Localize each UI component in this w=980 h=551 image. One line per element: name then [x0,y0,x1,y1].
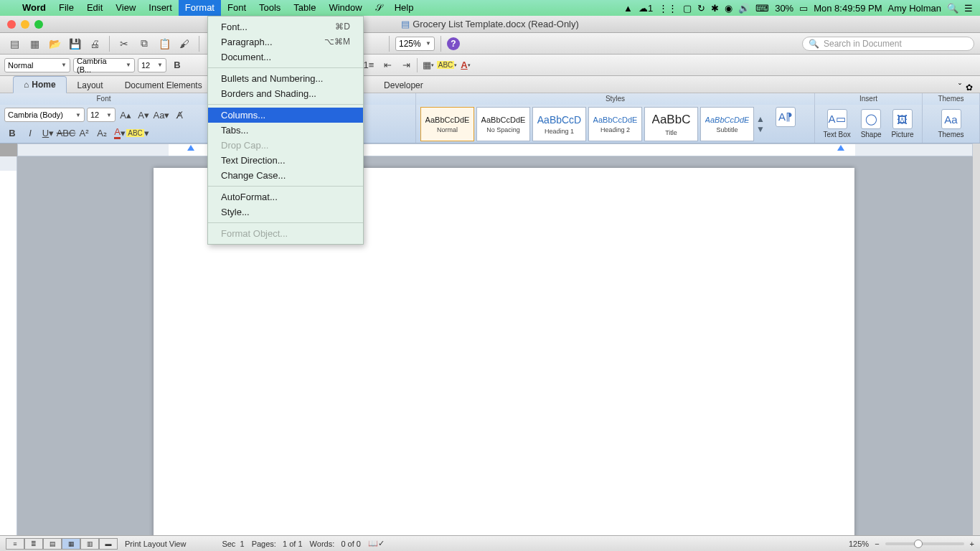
fontsize-combo[interactable]: 12▼ [138,58,166,72]
menu-edit[interactable]: Edit [80,0,109,16]
menu-file[interactable]: File [52,0,80,16]
style-title[interactable]: AaBbCTitle [644,107,698,141]
vertical-scrollbar[interactable] [973,143,980,535]
shrink-font-button[interactable]: A▾ [136,107,151,123]
menu-font[interactable]: Font [221,0,253,16]
styles-pane-button[interactable]: A⁋ [776,107,796,141]
view-publishing[interactable]: ▤ [43,538,62,550]
menu-window[interactable]: Window [322,0,368,16]
new-doc-button[interactable]: ▤ [6,35,23,52]
menu-paragraph-dialog[interactable]: Paragraph...⌥⌘M [208,34,363,50]
ribbon-font-combo[interactable]: Cambria (Body)▼ [4,108,85,122]
volume-icon[interactable]: 🔊 [738,3,750,14]
strikethrough-button[interactable]: ABC [58,125,74,141]
menu-text-direction[interactable]: Text Direction... [208,153,363,168]
subscript-button[interactable]: A₂ [94,125,110,141]
print-button[interactable]: 🖨 [86,35,103,52]
cloud-sync-icon[interactable]: ☁1 [639,3,653,14]
underline-button[interactable]: U▾ [40,125,56,141]
picture-button[interactable]: 🖼Picture [891,109,913,138]
copy-button[interactable]: ⧉ [136,35,153,52]
highlight-button[interactable]: ABC▾ [439,57,455,73]
menu-format[interactable]: Format [179,0,221,16]
menu-columns[interactable]: Columns... [208,108,363,123]
menu-font-dialog[interactable]: Font...⌘D [208,19,363,34]
tab-developer[interactable]: Developer [373,77,434,93]
input-source-icon[interactable]: ⌨ [755,3,769,14]
ribbon-fontsize-combo[interactable]: 12▼ [87,108,116,122]
font-color-button[interactable]: A▾ [458,57,473,73]
view-notebook[interactable]: ▥ [80,538,99,550]
italic-button[interactable]: I [22,125,38,141]
menu-table[interactable]: Table [287,0,322,16]
menu-insert[interactable]: Insert [142,0,179,16]
airplay-icon[interactable]: ▢ [683,3,692,14]
menulet-script[interactable]: 𝒮 [369,0,388,16]
zoom-combo[interactable]: 125%▼ [395,37,435,51]
document-area[interactable] [17,156,973,535]
style-heading-1[interactable]: AaBbCcDHeading 1 [532,107,586,141]
view-outline[interactable]: ≣ [24,538,43,550]
save-button[interactable]: 💾 [66,35,83,52]
menu-bullets-numbering[interactable]: Bullets and Numbering... [208,71,363,86]
change-case-button[interactable]: Aa▾ [154,107,169,123]
zoom-slider[interactable] [885,542,964,545]
bluetooth-icon[interactable]: ✱ [711,3,719,14]
styles-scroll-up[interactable]: ▲ [756,114,769,124]
ribbon-collapse-button[interactable]: ˇ [958,83,961,93]
menu-tabs[interactable]: Tabs... [208,123,363,138]
style-no-spacing[interactable]: AaBbCcDdENo Spacing [476,107,530,141]
menu-tools[interactable]: Tools [253,0,287,16]
notification-center-icon[interactable]: ☰ [964,3,973,14]
horizontal-ruler[interactable] [17,143,973,156]
search-in-document[interactable]: 🔍 Search in Document [802,37,974,51]
menu-help[interactable]: Help [388,0,420,16]
tab-document-elements[interactable]: Document Elements [114,77,213,93]
styles-scroll-down[interactable]: ▼ [756,124,769,134]
textbox-button[interactable]: A▭Text Box [823,109,850,138]
borders-button[interactable]: ▦▾ [420,57,436,73]
tab-layout[interactable]: Layout [67,77,114,93]
bold-button-r[interactable]: B [4,125,20,141]
timemachine-icon[interactable]: ↻ [697,3,705,14]
vertical-ruler[interactable] [0,156,17,535]
user-name[interactable]: Amy Holman [888,3,941,14]
increase-indent-button[interactable]: ⇥ [398,57,414,73]
view-focus[interactable]: ▬ [99,538,118,550]
menu-style[interactable]: Style... [208,204,363,220]
font-color-button-r[interactable]: A▾ [112,125,128,141]
cut-button[interactable]: ✂ [116,35,133,52]
wifi-icon[interactable]: ◉ [725,3,732,14]
view-print-layout[interactable]: ▦ [62,538,80,550]
adobe-icon[interactable]: ▲ [623,3,633,14]
clear-format-button[interactable]: A̸ [171,107,187,123]
new-from-template-button[interactable]: ▦ [26,35,43,52]
font-combo[interactable]: Cambria (B...▼ [73,58,135,72]
zoom-out-button[interactable]: − [875,540,879,548]
menulet-icon[interactable]: ⋮⋮ [659,3,677,14]
paste-button[interactable]: 📋 [156,35,173,52]
grow-font-button[interactable]: A▴ [118,107,133,123]
superscript-button[interactable]: A² [76,125,92,141]
view-draft[interactable]: ≡ [6,538,24,550]
menu-view[interactable]: View [109,0,142,16]
right-indent-marker[interactable] [837,145,844,151]
spotlight-icon[interactable]: 🔍 [947,3,958,14]
tab-home[interactable]: ⌂Home [13,76,67,93]
decrease-indent-button[interactable]: ⇤ [380,57,395,73]
ribbon-settings-icon[interactable]: ✿ [966,83,973,93]
app-menu[interactable]: Word [16,0,52,16]
zoom-in-button[interactable]: + [970,540,974,548]
highlight-button-r[interactable]: ABC▾ [130,125,146,141]
format-painter-button[interactable]: 🖌 [176,35,193,52]
left-indent-marker[interactable] [187,145,194,151]
shape-button[interactable]: ◯Shape [861,109,882,138]
style-normal[interactable]: AaBbCcDdENormal [420,107,474,141]
themes-button[interactable]: AaThemes [938,109,963,138]
style-combo[interactable]: Normal▼ [4,58,70,72]
style-heading-2[interactable]: AaBbCcDdEHeading 2 [588,107,642,141]
open-button[interactable]: 📂 [46,35,63,52]
style-subtitle[interactable]: AaBbCcDdESubtitle [700,107,754,141]
bold-button[interactable]: B [169,57,185,73]
menu-document-dialog[interactable]: Document... [208,50,363,65]
